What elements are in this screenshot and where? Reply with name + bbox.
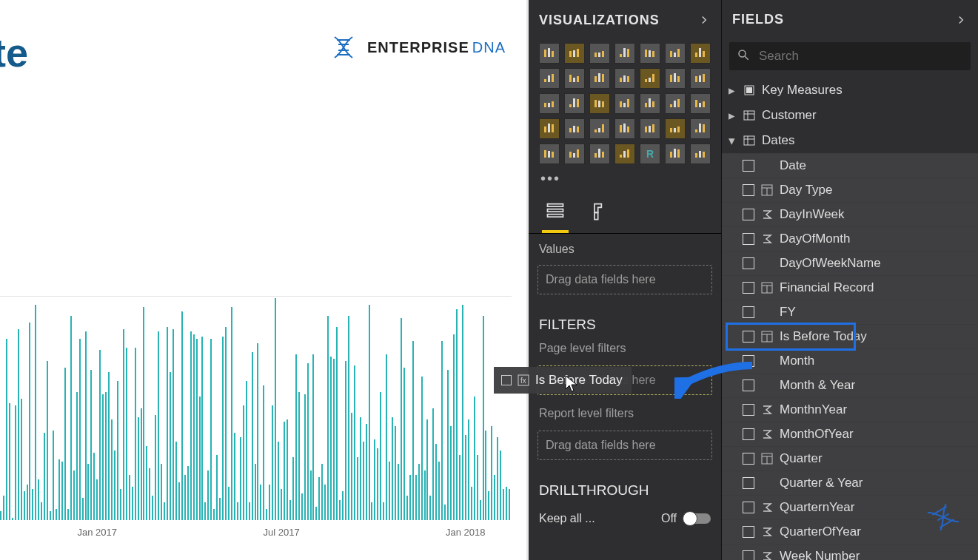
viz-type-100pct[interactable]	[690, 68, 711, 89]
values-drop-well[interactable]: Drag data fields here	[537, 265, 712, 294]
bar[interactable]	[67, 509, 69, 520]
field-dayofmonth[interactable]: DayOfMonth	[722, 226, 978, 251]
bar[interactable]	[64, 368, 66, 520]
more-visuals-icon[interactable]: •••	[529, 169, 721, 192]
bar[interactable]	[70, 316, 72, 520]
bar[interactable]	[477, 455, 478, 520]
bar[interactable]	[175, 442, 177, 520]
bar[interactable]	[395, 426, 396, 520]
viz-type-matrix2[interactable]	[614, 144, 635, 164]
viz-type-globe[interactable]	[690, 93, 711, 114]
viz-type-ribbon[interactable]	[690, 43, 711, 64]
field-fy[interactable]: FY	[722, 300, 978, 324]
viz-type-combo[interactable]	[665, 68, 686, 89]
bar[interactable]	[255, 464, 256, 520]
bar[interactable]	[298, 392, 300, 520]
bar[interactable]	[18, 329, 19, 520]
bar[interactable]	[201, 337, 203, 520]
bar[interactable]	[497, 437, 498, 520]
collapse-visualizations-icon[interactable]	[697, 13, 711, 27]
bar[interactable]	[216, 455, 218, 520]
bar[interactable]	[252, 352, 253, 520]
viz-type-matrix[interactable]	[539, 93, 560, 114]
page-level-filters-well[interactable]: Drag data fields here fx Is Before Today	[537, 365, 712, 395]
bar[interactable]	[435, 444, 437, 520]
bar[interactable]	[339, 500, 341, 520]
bar[interactable]	[225, 327, 227, 520]
bar[interactable]	[207, 470, 209, 520]
bar[interactable]	[275, 298, 276, 520]
bar[interactable]	[371, 502, 372, 520]
bar[interactable]	[401, 318, 402, 520]
bar[interactable]	[363, 442, 364, 520]
bar[interactable]	[380, 392, 381, 520]
bar[interactable]	[438, 462, 440, 520]
bar[interactable]	[278, 442, 279, 520]
bar[interactable]	[102, 394, 104, 520]
bar[interactable]	[204, 502, 206, 520]
bar[interactable]	[360, 417, 361, 520]
bar[interactable]	[257, 343, 258, 520]
viz-type-stacked-area[interactable]	[589, 68, 610, 89]
field-month[interactable]: Month	[722, 348, 978, 373]
bar[interactable]	[412, 341, 414, 520]
bar[interactable]	[354, 365, 355, 520]
bar[interactable]	[141, 408, 142, 521]
bar[interactable]	[503, 489, 504, 520]
bar[interactable]	[500, 451, 501, 520]
viz-type-card[interactable]	[665, 118, 686, 139]
bar[interactable]	[96, 479, 98, 520]
bar[interactable]	[494, 475, 495, 520]
bar[interactable]	[173, 329, 174, 520]
bar[interactable]	[312, 354, 314, 520]
bar[interactable]	[432, 408, 434, 521]
bar[interactable]	[27, 485, 28, 520]
viz-type-treemap[interactable]	[640, 93, 660, 114]
field-checkbox[interactable]	[743, 453, 754, 465]
field-checkbox[interactable]	[743, 428, 754, 440]
report-canvas[interactable]: ate ENTERPRISEDNA Jan 2017Jul 2017Jan 20…	[0, 0, 529, 560]
table-key-measures[interactable]: ▸Key Measures	[722, 78, 978, 103]
bar[interactable]	[304, 394, 306, 520]
bar[interactable]	[228, 487, 230, 520]
bar[interactable]	[120, 489, 121, 520]
field-checkbox[interactable]	[743, 550, 754, 560]
bar[interactable]	[465, 435, 466, 520]
bar[interactable]	[424, 470, 426, 520]
bar[interactable]	[441, 341, 443, 520]
bar[interactable]	[126, 348, 127, 520]
bar[interactable]	[429, 496, 431, 520]
viz-type-arcgis[interactable]	[665, 144, 686, 164]
bar[interactable]	[509, 489, 510, 520]
bar[interactable]	[351, 413, 352, 520]
bar[interactable]	[114, 451, 115, 520]
field-checkbox[interactable]	[743, 257, 754, 269]
bar[interactable]	[56, 509, 57, 520]
viz-type-clustered-bar[interactable]	[564, 43, 585, 64]
bar[interactable]	[342, 491, 344, 520]
bar[interactable]	[307, 363, 309, 520]
bar[interactable]	[32, 489, 33, 520]
bar[interactable]	[295, 354, 297, 520]
bar[interactable]	[90, 370, 92, 520]
bar[interactable]	[138, 417, 139, 520]
bar[interactable]	[12, 518, 13, 520]
fields-tab-icon[interactable]	[542, 198, 569, 224]
bar[interactable]	[158, 331, 159, 520]
bar[interactable]	[289, 500, 291, 520]
field-checkbox[interactable]	[743, 404, 754, 416]
bar[interactable]	[152, 496, 153, 520]
bar[interactable]	[117, 381, 118, 520]
bar[interactable]	[426, 419, 428, 520]
bar[interactable]	[82, 498, 84, 520]
field-quarter-year[interactable]: Quarter & Year	[722, 470, 978, 495]
bar[interactable]	[327, 316, 329, 520]
field-date[interactable]: Date	[722, 153, 978, 178]
keep-all-toggle[interactable]: Off	[661, 512, 711, 525]
field-checkbox[interactable]	[743, 502, 754, 513]
viz-type-stacked-bar[interactable]	[539, 43, 560, 64]
bar[interactable]	[143, 307, 144, 520]
viz-type-line[interactable]	[640, 43, 660, 64]
viz-type-scatter2[interactable]	[564, 93, 585, 114]
bar[interactable]	[462, 305, 463, 520]
